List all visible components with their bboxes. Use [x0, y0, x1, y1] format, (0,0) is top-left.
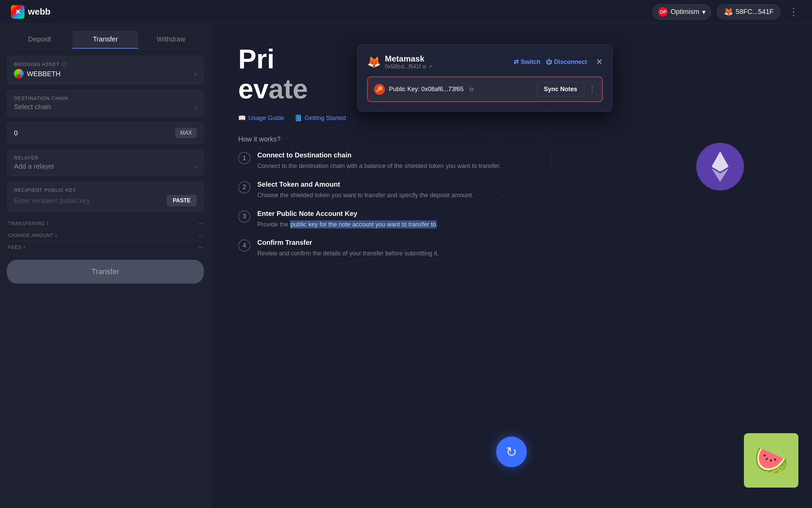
op-icon: OP [658, 7, 668, 17]
network-button[interactable]: OP Optimism ▾ [652, 4, 711, 20]
recipient-public-key-field: RECIPIENT PUBLIC KEY Enter recipient pub… [7, 182, 204, 212]
svg-marker-0 [712, 151, 729, 172]
stat-row-fees: FEES i -- [8, 241, 202, 253]
relayer-field[interactable]: RELAYER Add a relayer › [7, 149, 204, 176]
recipient-input-row: Enter recipient public key PASTE [14, 195, 197, 206]
step-3-desc: Provide the public key for the note acco… [257, 220, 438, 230]
step-2-desc: Choose the shielded token you want to tr… [257, 190, 473, 200]
header: ✕ webb OP Optimism ▾ 🦊 58FC...541F ⋮ [0, 0, 812, 24]
sync-button[interactable]: ↻ [496, 437, 527, 467]
fees-value: -- [199, 244, 202, 250]
step-3-title: Enter Public Note Account Key [257, 210, 438, 218]
left-panel: Deposit Transfer Withdraw BRIDGING ASSET… [0, 24, 211, 508]
public-key-left: 🔑 Public Key: 0x08af6...73f65 ⧉ [374, 84, 473, 95]
wallet-address-popup: 0x58fcd...f541f ⧉ ↗ [385, 64, 432, 70]
main-layout: Deposit Transfer Withdraw BRIDGING ASSET… [0, 24, 812, 508]
step-1-desc: Connect to the destination chain with a … [257, 161, 501, 171]
logo: ✕ webb [11, 5, 50, 19]
step-num-1: 1 [238, 152, 250, 164]
info-icon: i [47, 221, 49, 226]
step-num-2: 2 [238, 181, 250, 193]
key-icon: 🔑 [374, 84, 385, 95]
change-amount-label: CHANGE AMOUNT i [8, 233, 57, 238]
step-3: 3 Enter Public Note Account Key Provide … [238, 210, 545, 230]
destination-chain-field[interactable]: DESTINATION CHAIN Select chain › [7, 90, 204, 117]
bridging-asset-label: BRIDGING ASSET i [14, 62, 197, 67]
popup-close-button[interactable]: ✕ [596, 57, 603, 67]
step-2: 2 Select Token and Amount Choose the shi… [238, 181, 545, 200]
how-it-works: How it works? [238, 135, 785, 143]
tabs: Deposit Transfer Withdraw [7, 31, 204, 49]
watermelon-character: 🍉 [744, 433, 798, 488]
info-icon: i [23, 244, 25, 250]
paste-button[interactable]: PASTE [167, 195, 197, 206]
step-num-4: 4 [238, 239, 250, 252]
form-content: BRIDGING ASSET i WEBBETH › DESTINATION C… [0, 49, 211, 508]
usage-guide-link[interactable]: 📖 Usage Guide [238, 114, 284, 122]
guide-links: 📖 Usage Guide 📘 Getting Started [238, 114, 785, 122]
chevron-down-icon: ▾ [702, 8, 705, 16]
tab-deposit[interactable]: Deposit [7, 31, 72, 49]
sync-area: ↻ [496, 437, 527, 467]
steps: 1 Connect to Destination chain Connect t… [238, 151, 545, 258]
transfering-value: -- [199, 220, 202, 226]
metamask-icon: 🦊 [367, 55, 381, 68]
relayer-value: Add a relayer › [14, 163, 197, 170]
book-icon-2: 📘 [294, 114, 302, 122]
getting-started-link[interactable]: 📘 Getting Started [294, 114, 346, 122]
amount-input[interactable] [14, 129, 160, 137]
stat-row-transfering: TRANSFERING i -- [8, 218, 202, 230]
stats-section: TRANSFERING i -- CHANGE AMOUNT i -- FEES [7, 218, 204, 253]
sync-notes-button[interactable]: Sync Notes [537, 82, 584, 97]
step-4-title: Confirm Transfer [257, 239, 439, 247]
public-key-text: Public Key: 0x08af6...73f65 [389, 86, 464, 93]
max-button[interactable]: MAX [175, 128, 197, 138]
right-panel: Pri evate 📖 Usage Guide 📘 Getting Starte… [211, 24, 812, 508]
wallet-name: Metamask [385, 54, 432, 64]
wallet-button[interactable]: 🦊 58FC...541F [717, 4, 781, 19]
transfering-label: TRANSFERING i [8, 221, 49, 226]
step-1: 1 Connect to Destination chain Connect t… [238, 151, 545, 171]
bridging-asset-field[interactable]: BRIDGING ASSET i WEBBETH › [7, 56, 204, 84]
highlight-text: public key for the note account you want… [290, 220, 437, 228]
stat-row-change-amount: CHANGE AMOUNT i -- [8, 230, 202, 241]
destination-chain-label: DESTINATION CHAIN [14, 96, 197, 101]
info-icon: i [62, 62, 67, 67]
app-name: webb [28, 6, 50, 17]
recipient-public-key-label: RECIPIENT PUBLIC KEY [14, 187, 197, 193]
change-amount-value: -- [199, 232, 202, 238]
logo-icon: ✕ [11, 5, 25, 19]
popup-actions: ⇄ Switch ⏻ Disconnect ✕ [514, 57, 603, 67]
bridging-asset-value: WEBBETH › [14, 69, 197, 79]
step-num-3: 3 [238, 210, 250, 223]
chevron-right-icon: › [194, 163, 197, 170]
fees-label: FEES i [8, 244, 25, 250]
chevron-right-icon: › [194, 70, 197, 78]
public-key-row: 🔑 Public Key: 0x08af6...73f65 ⧉ Sync Not… [367, 77, 603, 102]
metamask-popup: 🦊 Metamask 0x58fcd...f541f ⧉ ↗ ⇄ Switch [357, 44, 613, 112]
external-link-icon[interactable]: ↗ [428, 64, 432, 69]
wallet-address: 58FC...541F [736, 8, 774, 16]
destination-chain-value: Select chain › [14, 103, 197, 111]
more-button[interactable]: ⋮ [786, 5, 801, 19]
tab-withdraw[interactable]: Withdraw [138, 31, 204, 49]
step-4-desc: Review and confirm the details of your t… [257, 249, 439, 258]
transfer-button[interactable]: Transfer [7, 260, 204, 284]
key-copy-icon[interactable]: ⧉ [470, 86, 473, 92]
switch-button[interactable]: ⇄ Switch [514, 58, 540, 66]
tab-transfer[interactable]: Transfer [72, 31, 138, 49]
network-name: Optimism [670, 8, 699, 16]
header-right: OP Optimism ▾ 🦊 58FC...541F ⋮ [652, 4, 801, 20]
info-icon: i [55, 233, 57, 238]
book-icon: 📖 [238, 114, 246, 122]
copy-icon[interactable]: ⧉ [423, 64, 426, 70]
disconnect-button[interactable]: ⏻ Disconnect [546, 58, 587, 66]
amount-row: MAX [7, 122, 204, 144]
webbeth-icon [14, 69, 23, 79]
popup-wallet-info: 🦊 Metamask 0x58fcd...f541f ⧉ ↗ [367, 54, 432, 70]
recipient-placeholder: Enter recipient public key [14, 197, 90, 205]
step-1-title: Connect to Destination chain [257, 151, 501, 159]
more-popup-button[interactable]: ⋮ [588, 85, 596, 94]
disconnect-icon: ⏻ [546, 58, 552, 66]
popup-header: 🦊 Metamask 0x58fcd...f541f ⧉ ↗ ⇄ Switch [367, 54, 603, 70]
